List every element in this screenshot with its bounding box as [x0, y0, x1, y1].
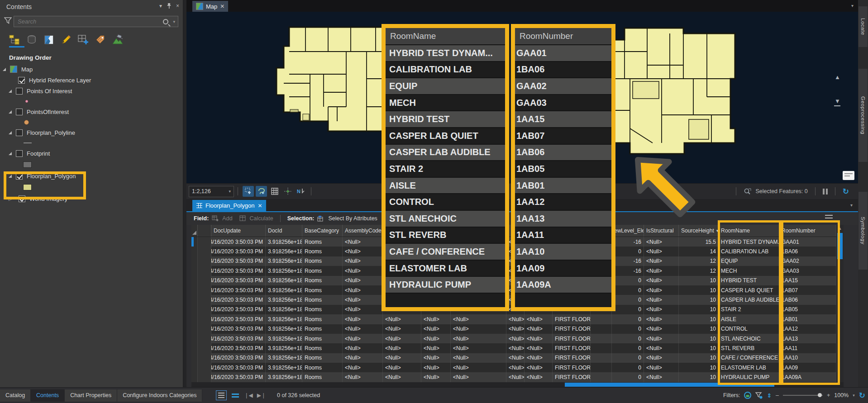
table-cell-ind[interactable]	[191, 295, 198, 304]
globe-icon[interactable]	[744, 392, 751, 399]
table-cell-n4[interactable]: <Null>	[506, 324, 525, 334]
column-header-handle[interactable]	[198, 225, 211, 237]
calculate-field-icon[interactable]	[239, 215, 247, 222]
table-cell-base_category[interactable]: Rooms	[302, 314, 343, 324]
table-cell-handle[interactable]	[198, 295, 211, 304]
table-cell-n2[interactable]: <Null>	[421, 363, 451, 372]
table-cell-doc_id[interactable]: 3.918256e+18	[266, 256, 302, 266]
table-cell-handle[interactable]	[198, 237, 211, 247]
table-cell-handle[interactable]	[198, 372, 211, 382]
table-cell-base_category[interactable]: Rooms	[302, 372, 343, 382]
table-cell-source_height[interactable]: 10	[679, 363, 719, 372]
layer-checkbox[interactable]	[16, 150, 23, 157]
table-cell-doc_update[interactable]: 4/16/2020 3:50:03 PM	[211, 372, 266, 382]
table-cell-n6[interactable]	[591, 334, 612, 343]
layer-checkbox[interactable]	[16, 88, 23, 95]
table-cell-doc_id[interactable]: 3.918256e+18	[266, 372, 302, 382]
table-cell-ind[interactable]	[191, 305, 198, 314]
table-cell-doc_update[interactable]: 4/16/2020 3:50:03 PM	[211, 324, 266, 334]
table-cell-level_elev[interactable]: 0	[612, 343, 644, 353]
table-cell-ind[interactable]	[191, 363, 198, 372]
table-cell-doc_id[interactable]: 3.918256e+18	[266, 334, 302, 343]
table-cell-n6[interactable]	[591, 343, 612, 353]
table-cell-level_elev[interactable]: 0	[612, 305, 644, 314]
zoom-slider-knob[interactable]	[818, 393, 822, 397]
expander-icon[interactable]	[3, 68, 6, 71]
table-cell-source_height[interactable]: 12	[679, 266, 719, 275]
table-cell-base_category[interactable]: Rooms	[302, 363, 343, 372]
tree-item-floorplan-polyline[interactable]: Floorplan_Polyline	[0, 127, 183, 138]
table-cell-assembly_code[interactable]: <Null>	[343, 256, 383, 266]
expander-icon[interactable]	[9, 90, 12, 93]
table-cell-is_structural[interactable]: <Null>	[644, 237, 679, 247]
table-cell-n5[interactable]: <Null>	[525, 363, 553, 372]
zoom-out-icon[interactable]: –	[776, 392, 779, 398]
table-cell-doc_update[interactable]: 4/16/2020 3:50:03 PM	[211, 305, 266, 314]
pin-icon[interactable]	[167, 3, 172, 9]
table-cell-doc_id[interactable]: 3.918256e+18	[266, 314, 302, 324]
close-icon[interactable]: ✕	[220, 3, 224, 9]
table-cell-assembly_code[interactable]: <Null>	[343, 372, 383, 382]
table-cell-is_structural[interactable]: <Null>	[644, 343, 679, 353]
table-cell-doc_id[interactable]: 3.918256e+18	[266, 276, 302, 285]
table-cell-level_elev[interactable]: -16	[612, 256, 644, 266]
table-cell-n1[interactable]: <Null>	[383, 324, 421, 334]
floor-down-arrow-icon[interactable]: ▼	[835, 98, 840, 104]
north-arrow-icon[interactable]: N	[295, 186, 306, 197]
table-cell-doc_update[interactable]: 4/16/2020 3:50:03 PM	[211, 256, 266, 266]
table-cell-ind[interactable]	[191, 353, 198, 363]
table-cell-n2[interactable]: <Null>	[421, 353, 451, 363]
table-cell-n6[interactable]	[591, 314, 612, 324]
table-cell-source_height[interactable]: 10	[679, 343, 719, 353]
tree-item-points-of-interest[interactable]: Points Of Interest	[0, 85, 183, 96]
table-cell-is_structural[interactable]: <Null>	[644, 334, 679, 343]
table-cell-source_height[interactable]: 10	[679, 372, 719, 382]
table-cell-is_structural[interactable]: <Null>	[644, 247, 679, 256]
calculate-field-button[interactable]: Calculate	[250, 215, 273, 222]
table-cell-n5[interactable]: <Null>	[525, 343, 553, 353]
table-cell-doc_id[interactable]: 3.918256e+18	[266, 266, 302, 275]
table-cell-is_structural[interactable]: <Null>	[644, 276, 679, 285]
table-cell-assembly_code[interactable]: <Null>	[343, 247, 383, 256]
filter-funnel-icon[interactable]	[4, 17, 12, 24]
table-cell-n3[interactable]: <Null>	[451, 343, 506, 353]
table-cell-n4[interactable]: <Null>	[506, 372, 525, 382]
table-cell-n1[interactable]: <Null>	[383, 372, 421, 382]
layer-checkbox[interactable]	[16, 109, 23, 115]
table-cell-handle[interactable]	[198, 324, 211, 334]
table-cell-level_elev[interactable]: -16	[612, 237, 644, 247]
table-cell-source_height[interactable]: 10	[679, 324, 719, 334]
table-cell-base_category[interactable]: Rooms	[302, 305, 343, 314]
column-header-doc_update[interactable]: DocUpdate	[211, 225, 266, 237]
zoom-in-icon[interactable]: +	[827, 392, 830, 398]
table-cell-ind[interactable]	[191, 256, 198, 266]
table-cell-assembly_code[interactable]: <Null>	[343, 324, 383, 334]
column-header-doc_id[interactable]: DocId	[266, 225, 302, 237]
table-cell-base_category[interactable]: Rooms	[302, 237, 343, 247]
column-header-assembly_code[interactable]: AssemblyCode	[343, 225, 383, 237]
catalog-drawer-icon[interactable]	[843, 171, 854, 180]
list-by-drawing-order-icon[interactable]	[8, 34, 20, 46]
table-cell-handle[interactable]	[198, 285, 211, 295]
tree-item-hybrid-reference-layer[interactable]: Hybrid Reference Layer	[0, 75, 183, 85]
table-cell-doc_id[interactable]: 3.918256e+18	[266, 343, 302, 353]
table-cell-n2[interactable]: <Null>	[421, 372, 451, 382]
refresh-icon[interactable]: ↻	[843, 187, 849, 196]
pane-caret-icon[interactable]: ▾	[850, 203, 853, 208]
table-cell-level_elev[interactable]: 0	[612, 353, 644, 363]
table-cell-n4[interactable]: <Null>	[506, 314, 525, 324]
table-cell-floor[interactable]: FIRST FLOOR	[553, 363, 591, 372]
table-cell-assembly_code[interactable]: <Null>	[343, 353, 383, 363]
table-cell-doc_update[interactable]: 4/16/2020 3:50:03 PM	[211, 295, 266, 304]
table-cell-doc_id[interactable]: 3.918256e+18	[266, 324, 302, 334]
table-cell-handle[interactable]	[198, 314, 211, 324]
table-cell-doc_id[interactable]: 3.918256e+18	[266, 285, 302, 295]
table-cell-n5[interactable]: <Null>	[525, 372, 553, 382]
table-cell-doc_id[interactable]: 3.918256e+18	[266, 305, 302, 314]
table-cell-n2[interactable]: <Null>	[421, 343, 451, 353]
table-cell-base_category[interactable]: Rooms	[302, 276, 343, 285]
data-source-icon[interactable]	[25, 34, 38, 46]
table-cell-base_category[interactable]: Rooms	[302, 324, 343, 334]
table-cell-assembly_code[interactable]: <Null>	[343, 276, 383, 285]
table-cell-handle[interactable]	[198, 353, 211, 363]
